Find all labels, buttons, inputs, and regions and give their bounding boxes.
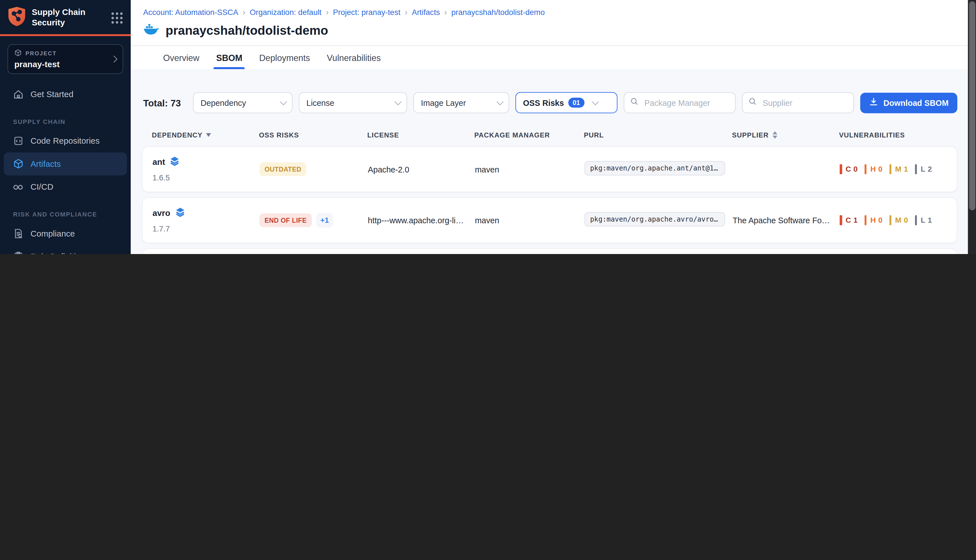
tab-overview[interactable]: Overview bbox=[163, 46, 199, 69]
sort-icon bbox=[772, 131, 777, 138]
app-title: Supply Chain Security bbox=[32, 7, 99, 28]
sidebar-item-code-repositories[interactable]: Code Repositories bbox=[4, 129, 127, 152]
package-manager-search-input[interactable] bbox=[643, 97, 729, 108]
package-manager-search bbox=[624, 92, 736, 113]
breadcrumb-separator: › bbox=[326, 7, 329, 17]
sidebar-item-get-started[interactable]: Get Started bbox=[4, 83, 127, 106]
chevron-down-icon bbox=[280, 98, 287, 105]
layers-icon bbox=[175, 207, 185, 219]
page-header: Account: Automation-SSCA › Organization:… bbox=[131, 0, 976, 69]
vulnerability-counts: C0 H0 M1 L2 bbox=[839, 164, 947, 174]
app-switcher-grid-icon[interactable] bbox=[111, 12, 123, 24]
vulnerability-counts: C1 H0 M0 L1 bbox=[839, 215, 947, 225]
sidebar: Supply Chain Security PROJECT pranay-tes… bbox=[0, 0, 131, 254]
project-cube-icon bbox=[14, 49, 22, 58]
package-manager-cell: maven bbox=[475, 165, 585, 174]
tab-vulnerabilities[interactable]: Vulnerabilities bbox=[327, 46, 381, 69]
supplier-cell: The Apache Software Foun... bbox=[732, 216, 839, 225]
image-layer-filter-select[interactable]: Image Layer bbox=[414, 92, 509, 113]
tab-deployments[interactable]: Deployments bbox=[259, 46, 310, 69]
more-risks-chip[interactable]: +1 bbox=[316, 213, 333, 228]
sbom-content: Total: 73 Dependency License Image Layer bbox=[131, 69, 976, 254]
page-title: pranaycshah/todolist-demo bbox=[165, 23, 328, 38]
scrollbar-thumb[interactable] bbox=[969, 1, 975, 210]
oss-risks-filter-select[interactable]: OSS Risks 01 bbox=[516, 92, 617, 113]
app-logo: Supply Chain Security bbox=[0, 0, 131, 34]
breadcrumb: Account: Automation-SSCA › Organization:… bbox=[131, 0, 976, 17]
sidebar-item-artifacts[interactable]: Artifacts bbox=[4, 152, 127, 175]
column-header-oss-risks: OSS RISKS bbox=[259, 131, 367, 138]
breadcrumb-project[interactable]: Project: pranay-test bbox=[333, 8, 400, 17]
search-icon bbox=[630, 97, 639, 108]
artifacts-cube-icon bbox=[12, 158, 24, 170]
docker-whale-icon bbox=[143, 23, 159, 38]
code-repository-icon bbox=[12, 135, 24, 147]
oss-risk-badge: OUTDATED bbox=[260, 162, 306, 176]
total-count: Total: 73 bbox=[143, 97, 181, 108]
download-sbom-button[interactable]: Download SBOM bbox=[861, 92, 958, 113]
clipboard-check-icon bbox=[12, 251, 24, 254]
chevron-down-icon bbox=[395, 98, 402, 105]
chevron-right-icon bbox=[110, 56, 117, 63]
section-title-supply-chain: SUPPLY CHAIN bbox=[13, 118, 131, 125]
supplier-search-input[interactable] bbox=[761, 97, 848, 108]
license-filter-select[interactable]: License bbox=[299, 92, 407, 113]
project-selector[interactable]: PROJECT pranay-test bbox=[7, 44, 123, 74]
tab-sbom[interactable]: SBOM bbox=[216, 46, 243, 69]
filter-toolbar: Total: 73 Dependency License Image Layer bbox=[142, 92, 958, 113]
column-header-supplier[interactable]: SUPPLIER bbox=[732, 131, 839, 138]
purl-chip[interactable]: pkg:maven/org.apache.ant/ant@1.6… bbox=[585, 161, 725, 175]
package-manager-cell: maven bbox=[475, 216, 585, 225]
license-cell: Apache-2.0 bbox=[368, 165, 475, 174]
table-row[interactable]: bash 5.1-6ubuntu1 - GPL-3.0-only deb pkg… bbox=[142, 248, 958, 254]
breadcrumb-account[interactable]: Account: Automation-SSCA bbox=[143, 8, 239, 17]
brand-accent-divider bbox=[0, 34, 131, 36]
supplier-search bbox=[742, 92, 854, 113]
column-header-package-manager: PACKAGE MANAGER bbox=[474, 131, 584, 138]
search-icon bbox=[748, 97, 757, 108]
chevron-down-icon bbox=[497, 98, 504, 105]
breadcrumb-separator: › bbox=[405, 7, 407, 17]
table-header: DEPENDENCY OSS RISKS LICENSE PACKAGE MAN… bbox=[142, 129, 958, 141]
dependency-filter-select[interactable]: Dependency bbox=[193, 92, 293, 113]
column-header-purl: PURL bbox=[584, 131, 732, 138]
main-area: Account: Automation-SSCA › Organization:… bbox=[131, 0, 976, 254]
license-cell: http---www.apache.org-lice... bbox=[368, 216, 475, 225]
download-icon bbox=[869, 97, 879, 108]
scrollbar-track[interactable] bbox=[968, 0, 976, 254]
project-name: pranay-test bbox=[14, 60, 112, 69]
column-header-dependency[interactable]: DEPENDENCY bbox=[152, 131, 259, 138]
sidebar-item-compliance[interactable]: Compliance bbox=[4, 222, 127, 245]
column-header-license: LICENSE bbox=[367, 131, 474, 138]
breadcrumb-artifacts[interactable]: Artifacts bbox=[412, 8, 440, 17]
app-window: Supply Chain Security PROJECT pranay-tes… bbox=[0, 0, 976, 254]
sort-desc-icon bbox=[206, 133, 211, 137]
sidebar-item-cicd[interactable]: CI/CD bbox=[4, 175, 127, 199]
section-title-risk-compliance: RISK AND COMPLIANCE bbox=[13, 211, 131, 218]
breadcrumb-organization[interactable]: Organization: default bbox=[250, 8, 321, 17]
breadcrumb-current[interactable]: pranaycshah/todolist-demo bbox=[451, 8, 545, 17]
column-header-vulnerabilities: VULNERABILITIES bbox=[839, 131, 948, 138]
sidebar-item-rule-definitions[interactable]: Rule Definitions bbox=[4, 245, 127, 254]
compliance-document-icon bbox=[12, 228, 24, 239]
purl-chip[interactable]: pkg:maven/org.apache.avro/avro@1… bbox=[585, 212, 725, 226]
home-icon bbox=[12, 88, 24, 100]
table-row[interactable]: avro 1.7.7 END OF LIFE+1 http---www.apac… bbox=[142, 197, 958, 243]
tab-bar: Overview SBOM Deployments Vulnerabilitie… bbox=[131, 45, 976, 69]
shield-logo-icon bbox=[7, 6, 26, 29]
infinity-icon bbox=[12, 181, 24, 192]
breadcrumb-separator: › bbox=[243, 7, 245, 17]
chevron-down-icon bbox=[592, 98, 599, 105]
breadcrumb-separator: › bbox=[444, 7, 447, 17]
oss-risks-filter-count-badge: 01 bbox=[568, 98, 584, 108]
layers-icon bbox=[170, 156, 179, 168]
oss-risk-badge: END OF LIFE bbox=[260, 213, 312, 227]
table-row[interactable]: ant 1.6.5 OUTDATED Apache-2.0 maven pkg:… bbox=[142, 146, 958, 192]
